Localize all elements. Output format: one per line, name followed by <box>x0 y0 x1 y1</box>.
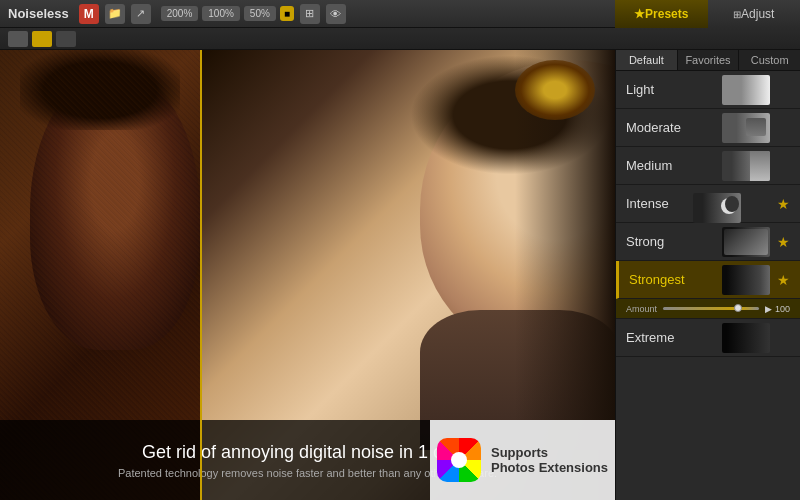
app-title: Noiseless <box>8 6 69 21</box>
eye-icon[interactable]: 👁 <box>326 4 346 24</box>
zoom-50-button[interactable]: 50% <box>244 6 276 21</box>
view-split-button[interactable] <box>32 31 52 47</box>
zoom-200-button[interactable]: 200% <box>161 6 199 21</box>
preset-tabs: Default Favorites Custom <box>616 50 800 71</box>
view-after-button[interactable] <box>56 31 76 47</box>
preset-star-intense: ★ <box>777 196 790 212</box>
view-before-button[interactable] <box>8 31 28 47</box>
preset-thumb-light <box>722 75 770 105</box>
tab-favorites[interactable]: Favorites <box>678 50 740 70</box>
preset-item-intense[interactable]: Intense ★ <box>616 185 800 223</box>
presets-button[interactable]: Presets <box>615 0 708 28</box>
folder-icon[interactable]: 📁 <box>105 4 125 24</box>
preset-star-strongest: ★ <box>777 272 790 288</box>
amount-value: ▶ 100 <box>765 304 790 314</box>
photos-text-line1: Supports <box>491 445 608 460</box>
photos-text-line2: Photos Extensions <box>491 460 608 475</box>
amount-slider[interactable] <box>663 307 759 310</box>
preset-thumb-intense <box>693 193 741 223</box>
preset-item-light[interactable]: Light <box>616 71 800 109</box>
preset-thumb-strongest <box>722 265 770 295</box>
adjust-button[interactable]: Adjust <box>708 0 801 28</box>
image-area: Get rid of annoying digital noise in 1 c… <box>0 50 615 500</box>
zoom-100-button[interactable]: 100% <box>202 6 240 21</box>
amount-label: Amount <box>626 304 657 314</box>
photos-text: Supports Photos Extensions <box>491 445 608 475</box>
grid-view-icon[interactable]: ⊞ <box>300 4 320 24</box>
export-icon[interactable]: ↗ <box>131 4 151 24</box>
photos-icon <box>437 438 481 482</box>
tab-custom[interactable]: Custom <box>739 50 800 70</box>
split-divider <box>200 50 202 500</box>
preset-item-extreme[interactable]: Extreme <box>616 319 800 357</box>
preset-list: Light Moderate Medium Intense <box>616 71 800 500</box>
media-icon[interactable]: M <box>79 4 99 24</box>
amount-row[interactable]: Amount ▶ 100 <box>616 299 800 319</box>
zoom-fit-indicator: ■ <box>280 6 294 21</box>
preset-thumb-strong <box>722 227 770 257</box>
preset-item-moderate[interactable]: Moderate <box>616 109 800 147</box>
preset-thumb-medium <box>722 151 770 181</box>
preset-thumb-moderate <box>722 113 770 143</box>
preset-item-strongest[interactable]: Strongest ★ <box>616 261 800 299</box>
preset-thumb-extreme <box>722 323 770 353</box>
preset-star-strong: ★ <box>777 234 790 250</box>
slider-handle[interactable] <box>734 304 742 312</box>
preset-item-medium[interactable]: Medium <box>616 147 800 185</box>
right-panel: Default Favorites Custom Light Moderate … <box>615 50 800 500</box>
preset-item-strong[interactable]: Strong ★ <box>616 223 800 261</box>
photos-extension-badge[interactable]: Supports Photos Extensions <box>430 420 615 500</box>
tab-default[interactable]: Default <box>616 50 678 70</box>
